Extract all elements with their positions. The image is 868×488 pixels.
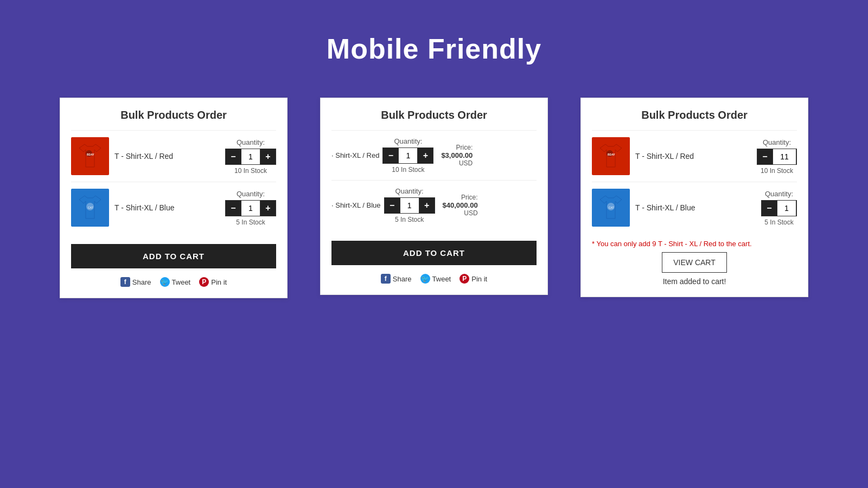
card3-product2-qty-minus[interactable]: −	[762, 201, 777, 216]
card1-product1-qty-controls: − 1 +	[225, 149, 276, 165]
card1-product2-qty-plus[interactable]: +	[260, 201, 276, 216]
card2-product-row-2: · Shirt-XL / Blue Quantity: − 1 + 5 In S…	[331, 180, 537, 230]
card3-product2-qty-label: Quantity:	[765, 190, 793, 198]
card2-product1-price-section: Price: $3,000.00 USD	[441, 144, 473, 167]
card2-product1-qty-plus[interactable]: +	[418, 148, 433, 163]
card2-product1-quantity-section: Quantity: − 1 + 10 In Stock	[382, 137, 433, 174]
card3-product2-qty-value: 1	[777, 201, 796, 216]
card1-pinit-label: Pin it	[211, 278, 227, 286]
card3-product1-image: BDAY	[592, 137, 630, 175]
card2-tweet-label: Tweet	[432, 275, 451, 283]
card3-product1-qty-value: 11	[773, 149, 796, 164]
card3-product1-quantity-section: Quantity: − 11 10 In Stock	[757, 138, 797, 175]
card1-product2-image: CAT	[71, 189, 109, 227]
card2-facebook-share[interactable]: f Share	[381, 274, 412, 284]
card1-share-label: Share	[132, 278, 151, 286]
card1-product-row-2: CAT T - Shirt-XL / Blue Quantity: − 1 + …	[71, 182, 276, 233]
twitter-icon: 🐦	[160, 277, 170, 287]
card2-product1-price-currency: USD	[459, 159, 473, 167]
card3-product-row-2: CAT T - Shirt-XL / Blue Quantity: − 1 5 …	[592, 182, 797, 233]
card1-add-to-cart-button[interactable]: ADD TO CART	[71, 244, 276, 268]
card2-product2-name: · Shirt-XL / Blue	[331, 201, 381, 209]
card2-product1-name: · Shirt-XL / Red	[331, 151, 379, 159]
card1-product-row-1: BDAY T - Shirt-XL / Red Quantity: − 1 + …	[71, 130, 276, 182]
card1-product2-stock: 5 In Stock	[236, 219, 265, 226]
card2-share-label: Share	[393, 275, 412, 283]
card2-social-links: f Share 🐦 Tweet P Pin it	[331, 274, 537, 284]
card2-product1-stock: 10 In Stock	[392, 166, 424, 174]
card1-product1-qty-plus[interactable]: +	[260, 149, 276, 164]
card2-product1-qty-value: 1	[398, 148, 418, 163]
card1-social-links: f Share 🐦 Tweet P Pin it	[71, 277, 276, 287]
card-3: Bulk Products Order BDAY T - Shirt-XL / …	[580, 98, 808, 297]
cards-container: Bulk Products Order BDAY T - Shirt-XL / …	[0, 98, 868, 298]
card1-product2-qty-label: Quantity:	[237, 190, 265, 198]
card2-product2-price-currency: USD	[464, 209, 477, 217]
card3-product2-qty-controls: − 1	[761, 200, 797, 216]
card2-product1-qty-minus[interactable]: −	[383, 148, 398, 163]
svg-text:BDAY: BDAY	[87, 153, 94, 156]
card1-product2-qty-controls: − 1 +	[225, 200, 276, 216]
card2-product2-stock: 5 In Stock	[395, 216, 424, 223]
card-1-title: Bulk Products Order	[71, 109, 276, 121]
card1-product1-name: T - Shirt-XL / Red	[114, 152, 220, 160]
svg-text:BDAY: BDAY	[608, 153, 615, 156]
card2-product2-qty-plus[interactable]: +	[419, 198, 435, 213]
card2-product2-quantity-section: Quantity: − 1 + 5 In Stock	[384, 187, 435, 223]
card-1: Bulk Products Order BDAY T - Shirt-XL / …	[60, 98, 288, 298]
card2-product2-qty-value: 1	[400, 198, 419, 213]
card3-view-cart-button[interactable]: VIEW CART	[662, 252, 727, 273]
card2-product2-price-label: Price:	[461, 194, 478, 201]
card3-product1-stock: 10 In Stock	[761, 167, 793, 175]
card1-product2-quantity-section: Quantity: − 1 + 5 In Stock	[225, 190, 276, 226]
card1-product2-qty-minus[interactable]: −	[226, 201, 241, 216]
card1-pinterest-share[interactable]: P Pin it	[199, 277, 227, 287]
card3-product2-name: T - Shirt-XL / Blue	[635, 203, 756, 212]
card2-product1-qty-label: Quantity:	[394, 137, 422, 145]
card1-product1-stock: 10 In Stock	[234, 167, 267, 175]
svg-text:CAT: CAT	[88, 206, 93, 209]
card-2: Bulk Products Order · Shirt-XL / Red Qua…	[320, 98, 548, 295]
card2-pinit-label: Pin it	[471, 275, 487, 283]
card-3-title: Bulk Products Order	[592, 109, 797, 121]
card3-product2-quantity-section: Quantity: − 1 5 In Stock	[761, 190, 797, 226]
card1-product1-qty-value: 1	[241, 149, 260, 164]
card3-error-message: * You can only add 9 T - Shirt - XL / Re…	[592, 240, 797, 248]
card3-product2-stock: 5 In Stock	[764, 219, 793, 226]
card3-product1-qty-controls: − 11	[757, 149, 797, 165]
card2-product2-price-value: $40,000.00	[443, 201, 478, 209]
card1-tweet-label: Tweet	[172, 278, 191, 286]
card2-product2-price-section: Price: $40,000.00 USD	[443, 194, 478, 217]
card1-product1-qty-label: Quantity:	[237, 138, 265, 146]
pinterest-icon: P	[199, 277, 209, 287]
card2-pinterest-share[interactable]: P Pin it	[459, 274, 487, 284]
pinterest-icon-2: P	[459, 274, 469, 284]
card3-product-row-1: BDAY T - Shirt-XL / Red Quantity: − 11 1…	[592, 130, 797, 182]
card2-product1-qty-controls: − 1 +	[382, 147, 433, 164]
card1-product1-image: BDAY	[71, 137, 109, 175]
svg-text:CAT: CAT	[609, 206, 614, 209]
card1-twitter-share[interactable]: 🐦 Tweet	[160, 277, 191, 287]
card2-product1-price-value: $3,000.00	[441, 151, 473, 159]
card3-item-added-message: Item added to cart!	[592, 277, 797, 286]
card1-product1-qty-minus[interactable]: −	[226, 149, 241, 164]
page-title: Mobile Friendly	[327, 33, 541, 65]
card3-product2-image: CAT	[592, 189, 630, 227]
card2-add-to-cart-button[interactable]: ADD TO CART	[331, 241, 537, 265]
card2-product2-qty-controls: − 1 +	[384, 197, 435, 214]
card3-product1-name: T - Shirt-XL / Red	[635, 152, 751, 160]
facebook-icon: f	[120, 277, 130, 287]
card2-product1-price-label: Price:	[456, 144, 473, 151]
card2-product-row-1: · Shirt-XL / Red Quantity: − 1 + 10 In S…	[331, 130, 537, 180]
card1-facebook-share[interactable]: f Share	[120, 277, 151, 287]
facebook-icon-2: f	[381, 274, 391, 284]
card2-product2-qty-label: Quantity:	[395, 187, 424, 195]
card1-product1-quantity-section: Quantity: − 1 + 10 In Stock	[225, 138, 276, 175]
card-2-title: Bulk Products Order	[331, 109, 537, 121]
twitter-icon-2: 🐦	[420, 274, 430, 284]
card2-twitter-share[interactable]: 🐦 Tweet	[420, 274, 451, 284]
card3-product1-qty-minus[interactable]: −	[757, 149, 773, 164]
card1-product2-name: T - Shirt-XL / Blue	[114, 203, 220, 212]
card2-product2-qty-minus[interactable]: −	[385, 198, 400, 213]
card3-product1-qty-label: Quantity:	[763, 138, 791, 146]
